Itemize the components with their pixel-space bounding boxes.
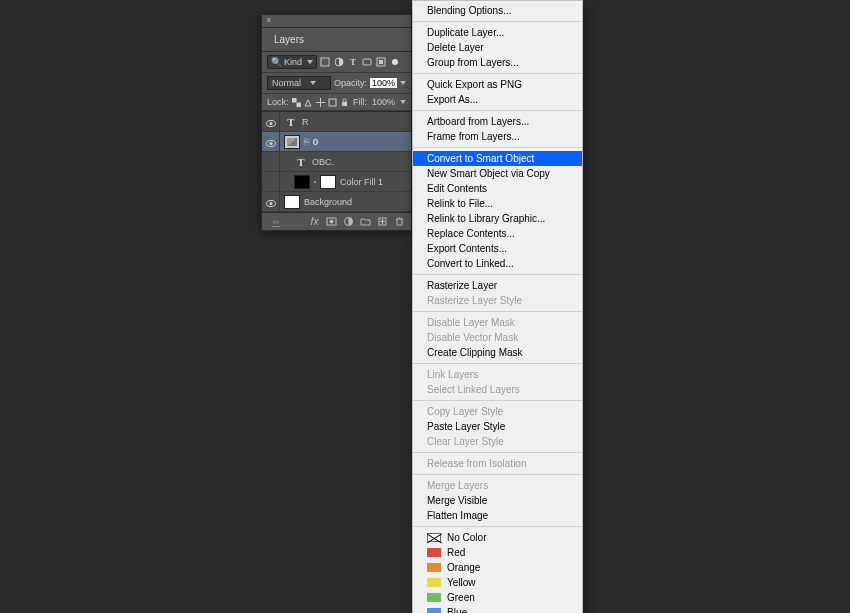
layer-row[interactable]: •Color Fill 1 bbox=[262, 172, 411, 192]
adjustment-layer-icon[interactable] bbox=[343, 216, 354, 227]
svg-point-14 bbox=[269, 202, 272, 205]
layer-row[interactable]: Background bbox=[262, 192, 411, 212]
filter-toggle[interactable] bbox=[392, 59, 398, 65]
svg-point-16 bbox=[330, 220, 334, 224]
menu-separator bbox=[413, 274, 582, 275]
visibility-toggle[interactable] bbox=[262, 132, 280, 151]
color-swatch bbox=[427, 548, 441, 557]
opacity-input[interactable]: 100% bbox=[370, 78, 397, 88]
filter-shape-icon[interactable] bbox=[362, 57, 372, 67]
link-icon: ⎘ bbox=[304, 137, 309, 147]
layer-name-label[interactable]: R bbox=[302, 117, 309, 127]
filter-adjustment-icon[interactable] bbox=[334, 57, 344, 67]
menu-item[interactable]: Convert to Linked... bbox=[413, 256, 582, 271]
menu-item: Disable Vector Mask bbox=[413, 330, 582, 345]
svg-rect-5 bbox=[292, 98, 297, 103]
lock-all-icon[interactable] bbox=[340, 98, 349, 107]
mask-icon[interactable] bbox=[326, 216, 337, 227]
menu-color-item[interactable]: Green bbox=[413, 590, 582, 605]
menu-item[interactable]: Relink to File... bbox=[413, 196, 582, 211]
menu-item[interactable]: Replace Contents... bbox=[413, 226, 582, 241]
menu-item: Release from Isolation bbox=[413, 456, 582, 471]
lock-label: Lock: bbox=[267, 97, 289, 107]
chevron-down-icon[interactable] bbox=[400, 100, 406, 104]
menu-color-item[interactable]: Red bbox=[413, 545, 582, 560]
menu-item[interactable]: Frame from Layers... bbox=[413, 129, 582, 144]
filter-smart-icon[interactable] bbox=[376, 57, 386, 67]
menu-item[interactable]: Convert to Smart Object bbox=[413, 151, 582, 166]
menu-item[interactable]: Flatten Image bbox=[413, 508, 582, 523]
menu-item[interactable]: Delete Layer bbox=[413, 40, 582, 55]
svg-rect-2 bbox=[363, 59, 371, 65]
layer-row[interactable]: TR bbox=[262, 112, 411, 132]
visibility-toggle[interactable] bbox=[262, 192, 280, 211]
lock-position-icon[interactable] bbox=[316, 98, 325, 107]
eye-icon bbox=[266, 198, 276, 205]
svg-point-12 bbox=[269, 142, 272, 145]
svg-rect-8 bbox=[342, 102, 347, 106]
lock-transparency-icon[interactable] bbox=[292, 98, 301, 107]
mask-thumbnail bbox=[320, 175, 336, 189]
visibility-toggle[interactable] bbox=[262, 112, 280, 131]
fx-icon[interactable]: fx bbox=[309, 216, 320, 227]
visibility-toggle[interactable] bbox=[262, 172, 280, 191]
layer-name-label[interactable]: OBC. bbox=[312, 157, 334, 167]
new-layer-icon[interactable] bbox=[377, 216, 388, 227]
menu-item[interactable]: Export Contents... bbox=[413, 241, 582, 256]
layer-content: ⎘0 bbox=[280, 132, 407, 151]
menu-color-item[interactable]: Blue bbox=[413, 605, 582, 613]
new-group-icon[interactable] bbox=[360, 216, 371, 227]
layers-panel-footer: ⇔ fx bbox=[262, 213, 411, 230]
panel-close-button[interactable]: × bbox=[262, 15, 411, 27]
filter-kind-label: Kind bbox=[284, 57, 302, 67]
fill-input[interactable]: 100% bbox=[370, 97, 397, 107]
trash-icon[interactable] bbox=[394, 216, 405, 227]
layer-name-label[interactable]: 0 bbox=[313, 137, 318, 147]
menu-item: Copy Layer Style bbox=[413, 404, 582, 419]
layer-name-label[interactable]: Color Fill 1 bbox=[340, 177, 383, 187]
filter-kind-dropdown[interactable]: 🔍 Kind bbox=[267, 55, 317, 69]
lock-artboard-icon[interactable] bbox=[328, 98, 337, 107]
svg-point-10 bbox=[269, 122, 272, 125]
tab-layers[interactable]: Layers bbox=[270, 32, 308, 47]
layer-row[interactable]: ⎘0 bbox=[262, 132, 411, 152]
layer-content: •Color Fill 1 bbox=[280, 172, 407, 191]
link-layers-icon[interactable]: ⇔ bbox=[272, 217, 280, 227]
type-layer-icon: T bbox=[284, 115, 298, 129]
menu-color-item[interactable]: Orange bbox=[413, 560, 582, 575]
blend-mode-dropdown[interactable]: Normal bbox=[267, 76, 331, 90]
menu-item[interactable]: Group from Layers... bbox=[413, 55, 582, 70]
lock-image-icon[interactable] bbox=[304, 98, 313, 107]
menu-item: Link Layers bbox=[413, 367, 582, 382]
menu-item[interactable]: Create Clipping Mask bbox=[413, 345, 582, 360]
filter-type-icon[interactable]: T bbox=[348, 57, 358, 67]
menu-item-label: Blue bbox=[447, 607, 467, 614]
menu-item[interactable]: Artboard from Layers... bbox=[413, 114, 582, 129]
menu-item-label: No Color bbox=[447, 532, 486, 544]
menu-item: Merge Layers bbox=[413, 478, 582, 493]
menu-item[interactable]: New Smart Object via Copy bbox=[413, 166, 582, 181]
color-swatch bbox=[427, 608, 441, 613]
menu-item[interactable]: Merge Visible bbox=[413, 493, 582, 508]
menu-item[interactable]: Blending Options... bbox=[413, 3, 582, 18]
smart-object-thumbnail bbox=[284, 135, 300, 149]
svg-rect-4 bbox=[379, 60, 383, 64]
menu-color-item[interactable]: Yellow bbox=[413, 575, 582, 590]
menu-color-item[interactable]: No Color bbox=[413, 530, 582, 545]
menu-item[interactable]: Export As... bbox=[413, 92, 582, 107]
menu-item: Disable Layer Mask bbox=[413, 315, 582, 330]
chevron-down-icon[interactable] bbox=[400, 81, 406, 85]
eye-icon bbox=[266, 118, 276, 125]
visibility-toggle[interactable] bbox=[262, 152, 280, 171]
menu-item[interactable]: Rasterize Layer bbox=[413, 278, 582, 293]
layer-context-menu: Blending Options...Duplicate Layer...Del… bbox=[412, 0, 583, 613]
filter-pixel-icon[interactable] bbox=[320, 57, 330, 67]
menu-item[interactable]: Edit Contents bbox=[413, 181, 582, 196]
menu-separator bbox=[413, 21, 582, 22]
menu-item[interactable]: Duplicate Layer... bbox=[413, 25, 582, 40]
layer-row[interactable]: TOBC. bbox=[262, 152, 411, 172]
menu-item[interactable]: Paste Layer Style bbox=[413, 419, 582, 434]
menu-item[interactable]: Relink to Library Graphic... bbox=[413, 211, 582, 226]
menu-item[interactable]: Quick Export as PNG bbox=[413, 77, 582, 92]
layer-name-label[interactable]: Background bbox=[304, 197, 352, 207]
